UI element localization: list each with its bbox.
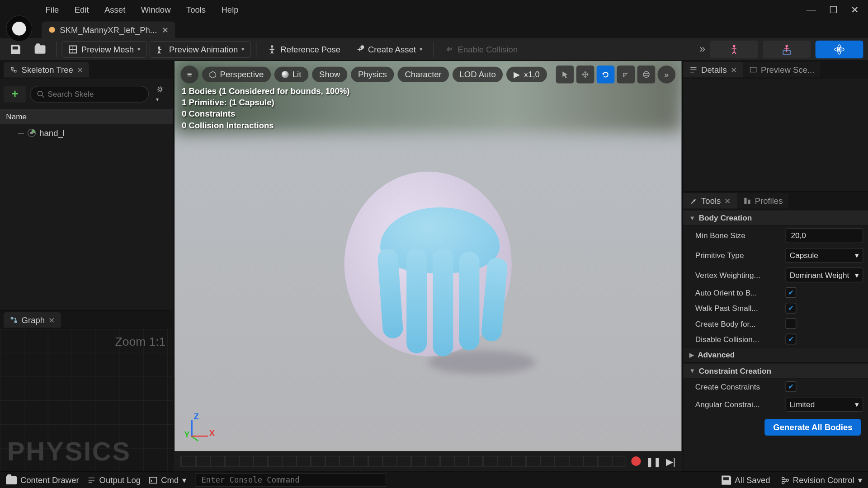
physics-mode-button[interactable] [816,40,863,58]
viewport-overflow[interactable]: » [658,66,676,84]
minimize-button[interactable]: — [807,4,816,15]
bone-row-hand-l[interactable]: — hand_l [0,127,173,140]
angular-constraint-select[interactable]: Limited▾ [786,397,863,412]
svg-point-14 [643,71,649,77]
graph-tab[interactable]: Graph ✕ [4,312,61,328]
chevron-down-icon: ▾ [182,475,186,485]
graph-tab-close[interactable]: ✕ [48,315,55,324]
skeleton-mode-button[interactable] [710,40,758,58]
document-tab[interactable]: SKM_MannyXR_left_Ph... ✕ [42,21,175,38]
browse-button[interactable] [28,42,51,56]
menu-bar: File Edit Asset Window Tools Help [43,1,241,18]
create-constraints-checkbox[interactable]: ✔ [786,381,797,392]
generate-all-bodies-button[interactable]: Generate All Bodies [765,419,861,436]
chevron-down-icon: ▼ [689,368,695,375]
constraint-creation-header[interactable]: ▼ Constraint Creation [683,363,868,379]
body-creation-header[interactable]: ▼ Body Creation [683,210,868,226]
pause-button[interactable]: ❚❚ [646,455,661,467]
skeleton-tree-close[interactable]: ✕ [77,65,84,74]
profiles-tab[interactable]: Profiles [737,193,789,208]
svg-point-1 [158,46,160,48]
viewport-options[interactable] [637,66,656,84]
step-button[interactable]: ▶| [666,455,675,467]
collision-icon [444,44,454,54]
min-bone-size-input[interactable] [786,228,863,243]
disable-collision-checkbox[interactable]: ✔ [786,333,797,344]
menu-edit[interactable]: Edit [72,1,91,18]
physics-icon [833,43,845,55]
graph-canvas[interactable]: Zoom 1:1 PHYSICS [0,329,173,471]
drawer-icon [6,476,17,484]
cmd-dropdown[interactable]: Cmd ▾ [149,475,187,485]
enable-collision-button[interactable]: Enable Collision [439,42,524,57]
preview-animation-button[interactable]: Preview Animation▾ [149,41,251,57]
vertex-weighting-select[interactable]: Dominant Weight▾ [786,267,863,282]
skeleton-search[interactable] [30,85,149,102]
skeleton-search-input[interactable] [47,89,142,99]
chevron-down-icon: ▼ [689,215,695,221]
auto-orient-checkbox[interactable]: ✔ [786,287,797,298]
menu-window[interactable]: Window [138,1,173,18]
menu-asset[interactable]: Asset [102,1,128,18]
bone-name: hand_l [39,128,65,138]
primitive-type-select[interactable]: Capsule▾ [786,248,863,263]
menu-tools[interactable]: Tools [184,1,208,18]
viewport-menu-button[interactable]: ≡ [180,66,198,84]
mesh-mode-button[interactable] [763,40,811,58]
animation-icon [156,44,165,54]
document-tab-close[interactable]: ✕ [162,25,169,34]
details-close[interactable]: ✕ [731,65,737,74]
close-button[interactable]: ✕ [851,4,859,15]
preview-mesh-button[interactable]: Preview Mesh▾ [61,41,147,57]
timeline-track[interactable] [180,456,625,467]
create-body-checkbox[interactable] [786,318,797,329]
menu-help[interactable]: Help [219,1,241,18]
svg-point-10 [38,91,42,96]
tree-toolbar: + ▾ [0,79,173,109]
tools-close[interactable]: ✕ [724,197,731,206]
chevron-down-icon: ▾ [855,251,859,260]
lod-button[interactable]: LOD Auto [453,67,503,82]
overflow-icon[interactable]: » [699,43,705,56]
viewport[interactable]: ≡ Perspective Lit Show Physics Character… [175,61,681,451]
details-tab[interactable]: Details ✕ [683,62,743,77]
physics-button[interactable]: Physics [351,67,394,82]
show-button[interactable]: Show [312,67,347,82]
svg-rect-19 [150,477,157,483]
create-asset-button[interactable]: Create Asset▾ [349,42,429,57]
content-drawer-button[interactable]: Content Drawer [6,475,79,485]
tree-icon [9,66,18,74]
advanced-header[interactable]: ▶ Advanced [683,347,868,363]
scene-icon [749,66,758,74]
svg-rect-16 [750,67,756,72]
record-button[interactable] [631,456,641,466]
tools-tab[interactable]: Tools ✕ [683,193,737,208]
maximize-button[interactable]: ☐ [829,4,838,15]
all-saved-button[interactable]: All Saved [722,475,770,485]
graph-icon [9,316,18,324]
preview-scene-tab[interactable]: Preview Sce... [743,62,820,77]
perspective-button[interactable]: Perspective [202,67,271,82]
play-speed-button[interactable]: ▶ x1,0 [507,67,547,82]
lit-button[interactable]: Lit [274,67,308,82]
walk-past-checkbox[interactable]: ✔ [786,303,797,314]
save-icon [722,475,731,485]
character-button[interactable]: Character [398,67,449,82]
move-tool[interactable] [576,66,594,84]
output-log-button[interactable]: Output Log [87,475,141,485]
skeleton-tree-tab[interactable]: Skeleton Tree ✕ [4,62,90,77]
scale-tool[interactable] [617,66,635,84]
bone-tree: — hand_l [0,124,173,310]
reference-pose-button[interactable]: Reference Pose [261,42,346,57]
save-button[interactable] [5,42,27,57]
select-tool[interactable] [556,66,574,84]
skeleton-settings-button[interactable]: ▾ [152,82,169,105]
menu-file[interactable]: File [43,1,61,18]
viewport-column: ≡ Perspective Lit Show Physics Character… [173,61,683,472]
console-input[interactable] [195,473,386,487]
document-tab-label: SKM_MannyXR_left_Ph... [60,25,157,34]
add-button[interactable]: + [4,85,26,102]
rotate-tool[interactable] [597,66,615,84]
svg-point-4 [733,44,735,47]
revision-control-button[interactable]: Revision Control ▾ [781,475,862,485]
